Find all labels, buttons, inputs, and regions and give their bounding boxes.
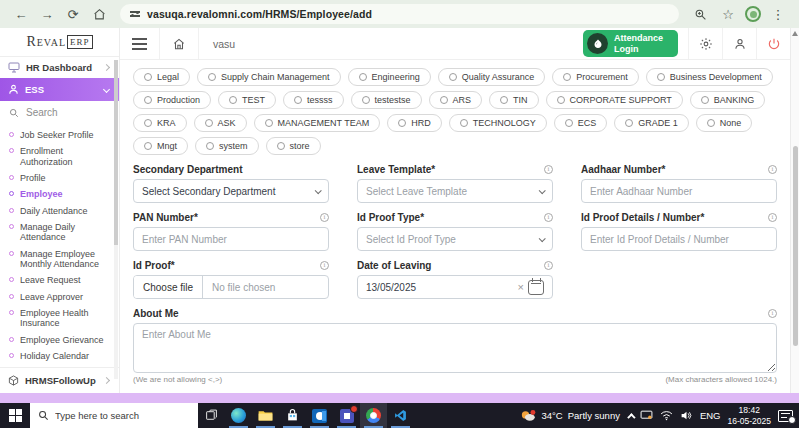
sidebar-nav-item[interactable]: Manage Employee Monthly Attendance xyxy=(0,246,119,273)
browser-home-icon[interactable] xyxy=(88,3,110,25)
info-icon[interactable] xyxy=(320,261,329,270)
info-icon[interactable] xyxy=(320,213,329,222)
department-radio-chip[interactable]: Legal xyxy=(133,68,190,86)
about-me-textarea[interactable] xyxy=(133,323,777,373)
department-radio-chip[interactable]: TEST xyxy=(218,91,276,109)
sidebar-nav-item[interactable]: Employee Health Insurance xyxy=(0,305,119,332)
leave-template-select[interactable]: Select Leave Template xyxy=(357,179,553,203)
sidebar-item-hrmsfollowup[interactable]: HRMSFollowUp xyxy=(0,367,119,393)
department-radio-chip[interactable]: tessss xyxy=(283,91,344,109)
info-icon[interactable] xyxy=(544,261,553,270)
sidebar-nav-item[interactable]: Profile xyxy=(0,170,119,186)
logout-power-button[interactable] xyxy=(756,28,790,59)
department-radio-chip[interactable]: CORPORATE SUPPORT xyxy=(546,91,683,109)
clock[interactable]: 18:42 16-05-2025 xyxy=(728,405,771,425)
chrome-button[interactable] xyxy=(360,403,387,428)
address-bar[interactable]: vasuqa.revalomni.com/HRMS/Employee/add xyxy=(120,4,679,24)
sidebar-nav-item[interactable]: Employee Grievance xyxy=(0,332,119,348)
info-icon[interactable] xyxy=(768,213,777,222)
sidebar-item-ess[interactable]: ESS xyxy=(0,78,119,101)
sidebar-nav-item[interactable]: Enrollment Authorization xyxy=(0,143,119,170)
department-radio-chip[interactable]: Production xyxy=(133,91,211,109)
bookmark-star-icon[interactable]: ☆ xyxy=(717,3,739,25)
forward-icon[interactable]: → xyxy=(36,3,58,25)
volume-icon[interactable] xyxy=(680,410,693,421)
taskbar-search[interactable] xyxy=(30,403,198,428)
page-scrollbar[interactable] xyxy=(790,28,799,393)
info-icon[interactable] xyxy=(544,213,553,222)
edge-button[interactable] xyxy=(225,403,252,428)
sidebar-item-hr-dashboard[interactable]: HR Dashboard xyxy=(0,57,119,78)
sidebar-nav-item[interactable]: Leave Request xyxy=(0,272,119,288)
sidebar-nav-item[interactable]: Manage Daily Attendance xyxy=(0,219,119,246)
department-radio-chip[interactable]: Procurement xyxy=(552,68,639,86)
zoom-icon[interactable] xyxy=(689,3,711,25)
department-radio-chip[interactable]: BANKING xyxy=(690,91,766,109)
sidebar-scrollbar[interactable] xyxy=(114,60,118,379)
menu-toggle-button[interactable] xyxy=(120,28,160,59)
user-profile-button[interactable] xyxy=(722,28,756,59)
id-proof-file-input[interactable]: Choose file No file chosen xyxy=(133,275,329,299)
department-radio-chip[interactable]: None xyxy=(696,114,753,132)
department-radio-chip[interactable]: system xyxy=(195,137,259,155)
department-radio-chip[interactable]: Supply Chain Management xyxy=(197,68,341,86)
pan-number-input[interactable] xyxy=(133,227,329,251)
department-radio-chip[interactable]: GRADE 1 xyxy=(614,114,689,132)
choose-file-button[interactable]: Choose file xyxy=(134,276,203,298)
info-icon[interactable] xyxy=(544,165,553,174)
sidebar-nav-item[interactable]: Job Seeker Profile xyxy=(0,127,119,143)
department-radio-chip[interactable]: Engineering xyxy=(348,68,431,86)
notification-center-icon[interactable] xyxy=(778,410,793,422)
browser-menu-icon[interactable]: ⋮ xyxy=(767,3,789,25)
scrollbar-thumb[interactable] xyxy=(793,146,798,346)
task-view-button[interactable] xyxy=(198,403,225,428)
browser-profile-avatar[interactable] xyxy=(745,6,761,22)
department-radio-chip[interactable]: MANAGEMENT TEAM xyxy=(254,114,381,132)
department-radio-chip[interactable]: Quality Assurance xyxy=(438,68,546,86)
department-radio-chip[interactable]: TIN xyxy=(489,91,539,109)
hidden-icons-chevron[interactable] xyxy=(627,413,635,421)
settings-gear-button[interactable] xyxy=(688,28,722,59)
start-button[interactable] xyxy=(0,403,30,428)
department-radio-chip[interactable]: ECS xyxy=(554,114,608,132)
site-settings-icon[interactable] xyxy=(130,11,140,16)
secondary-department-select[interactable]: Select Secondary Department xyxy=(133,179,329,203)
sidebar-nav-item[interactable]: Daily Attendance xyxy=(0,203,119,219)
aadhaar-number-input[interactable] xyxy=(581,179,777,203)
sidebar-search-input[interactable]: Search xyxy=(0,101,119,124)
department-radio-chip[interactable]: ASK xyxy=(194,114,247,132)
department-radio-chip[interactable]: Mngt xyxy=(133,137,188,155)
reload-icon[interactable]: ⟳ xyxy=(62,3,84,25)
sidebar-nav-item[interactable]: Holiday Calendar xyxy=(0,348,119,364)
file-explorer-button[interactable] xyxy=(252,403,279,428)
department-radio-chip[interactable]: KRA xyxy=(133,114,187,132)
department-radio-chip[interactable]: TECHNOLOGY xyxy=(449,114,547,132)
info-icon[interactable] xyxy=(768,309,777,318)
wifi-icon[interactable] xyxy=(660,410,673,421)
department-radio-chip[interactable]: store xyxy=(266,137,321,155)
store-button[interactable] xyxy=(279,403,306,428)
teams-button[interactable] xyxy=(333,403,360,428)
department-radio-chip[interactable]: ARS xyxy=(429,91,483,109)
info-icon[interactable] xyxy=(768,165,777,174)
scroll-up-arrow-icon[interactable] xyxy=(792,31,798,36)
id-proof-details-input[interactable] xyxy=(581,227,777,251)
weather-widget[interactable]: 34°C Partly sunny xyxy=(520,409,620,422)
app-home-button[interactable] xyxy=(160,28,199,59)
clear-date-icon[interactable]: × xyxy=(514,282,528,293)
attendance-login-button[interactable]: Attendance Login xyxy=(583,30,678,57)
department-radio-chip[interactable]: Business Development xyxy=(646,68,773,86)
date-of-leaving-input[interactable]: 13/05/2025 × xyxy=(357,275,553,299)
tray-monitor-icon[interactable] xyxy=(640,410,653,421)
department-radio-chip[interactable]: testestse xyxy=(351,91,422,109)
sidebar-nav-item[interactable]: Leave Approver xyxy=(0,289,119,305)
back-icon[interactable]: ← xyxy=(10,3,32,25)
id-proof-type-select[interactable]: Select Id Proof Type xyxy=(357,227,553,251)
outlook-button[interactable] xyxy=(306,403,333,428)
language-indicator[interactable]: ENG xyxy=(700,410,721,421)
sidebar-nav-item[interactable]: Employee xyxy=(0,186,119,202)
taskbar-search-input[interactable] xyxy=(55,410,175,421)
vscode-button[interactable] xyxy=(387,403,414,428)
calendar-icon[interactable] xyxy=(528,280,544,295)
department-radio-chip[interactable]: HRD xyxy=(387,114,442,132)
